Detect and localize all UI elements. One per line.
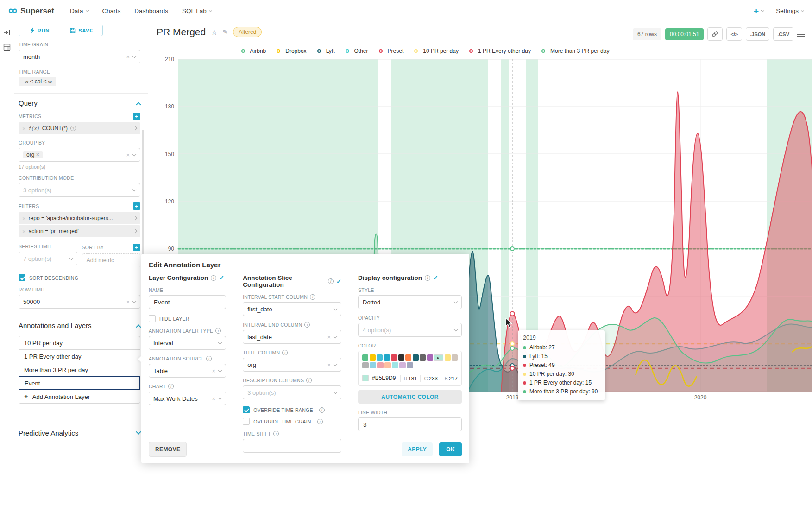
color-swatch[interactable]	[452, 354, 458, 361]
info-icon[interactable]	[328, 278, 334, 284]
add-sort-metric-button[interactable]	[133, 244, 140, 251]
time-grain-select[interactable]: month	[19, 50, 140, 63]
g-value[interactable]: 233	[429, 376, 438, 381]
legend-item[interactable]: Dropbox	[274, 48, 306, 54]
color-swatch[interactable]	[420, 354, 426, 361]
metric-chip[interactable]: f(x) COUNT(*)	[19, 122, 140, 134]
color-swatch[interactable]	[377, 362, 384, 369]
color-swatch[interactable]	[391, 354, 397, 361]
r-value[interactable]: 181	[408, 376, 417, 381]
info-icon[interactable]	[319, 407, 325, 413]
checkbox-unchecked-icon[interactable]	[149, 315, 156, 322]
opacity-select[interactable]: 4 option(s)	[358, 323, 462, 337]
color-swatch[interactable]	[407, 362, 413, 369]
remove-icon[interactable]	[22, 215, 26, 221]
color-swatch[interactable]	[370, 354, 376, 361]
row-limit-select[interactable]: 50000	[19, 295, 140, 309]
color-swatch[interactable]	[398, 354, 404, 361]
clear-icon[interactable]	[212, 396, 216, 402]
clear-icon[interactable]	[126, 299, 130, 305]
color-swatch[interactable]	[362, 354, 368, 361]
color-swatch[interactable]	[392, 362, 398, 369]
info-icon[interactable]	[304, 322, 310, 328]
color-swatch[interactable]	[413, 354, 419, 361]
time-range-value[interactable]: -∞ ≤ col < ∞	[19, 77, 56, 86]
nav-charts[interactable]: Charts	[102, 7, 121, 14]
export-csv-button[interactable]: .CSV	[773, 27, 793, 41]
settings-menu[interactable]: Settings	[776, 7, 804, 14]
color-swatch[interactable]	[399, 362, 406, 369]
new-item-button[interactable]: +	[754, 6, 764, 16]
color-swatch-selected[interactable]	[434, 354, 443, 361]
automatic-color-button[interactable]: AUTOMATIC COLOR	[358, 390, 462, 404]
datasource-grid-icon[interactable]	[3, 44, 11, 51]
info-icon[interactable]	[306, 378, 312, 383]
apply-button[interactable]: APPLY	[402, 442, 433, 456]
run-button[interactable]: RUN	[19, 25, 61, 36]
color-swatch[interactable]	[445, 354, 451, 361]
nav-data[interactable]: Data	[70, 7, 88, 14]
color-swatch[interactable]	[384, 354, 390, 361]
expand-chevron-icon[interactable]	[136, 429, 141, 434]
color-swatch[interactable]	[370, 362, 376, 369]
clear-icon[interactable]	[327, 334, 331, 340]
checkbox-checked-icon[interactable]	[19, 274, 25, 281]
info-icon[interactable]	[206, 356, 212, 361]
clear-icon[interactable]	[327, 362, 331, 368]
nav-dashboards[interactable]: Dashboards	[134, 7, 168, 14]
checkbox-checked-icon[interactable]	[243, 406, 250, 413]
style-select[interactable]: Dotted	[358, 295, 462, 309]
annotation-layer-item[interactable]: 10 PR per day	[19, 336, 140, 350]
view-query-button[interactable]: </>	[726, 27, 742, 41]
line-width-input[interactable]	[358, 417, 462, 431]
chart-select[interactable]: Max Work Dates	[149, 392, 226, 405]
help-icon[interactable]	[70, 126, 76, 131]
add-filter-button[interactable]	[133, 202, 140, 210]
remove-icon[interactable]	[22, 228, 26, 234]
superset-logo[interactable]: ∞ Superset	[8, 6, 54, 17]
clear-icon[interactable]	[126, 54, 130, 60]
b-value[interactable]: 217	[449, 376, 458, 381]
info-icon[interactable]	[273, 431, 279, 436]
series-limit-select[interactable]: 7 option(s)	[19, 252, 77, 265]
clear-icon[interactable]	[126, 152, 130, 158]
interval-start-select[interactable]: first_date	[243, 302, 341, 316]
title-column-select[interactable]: org	[243, 358, 341, 372]
checkbox-unchecked-icon[interactable]	[243, 418, 250, 425]
color-swatch[interactable]	[362, 362, 369, 369]
remove-button[interactable]: REMOVE	[149, 442, 187, 457]
legend-item[interactable]: Lyft	[315, 48, 335, 54]
add-metric-button[interactable]	[133, 113, 140, 120]
sort-by-add-metric[interactable]: Add metric	[82, 253, 141, 267]
annotation-layer-item[interactable]: More than 3 PR per day	[19, 363, 140, 377]
export-json-button[interactable]: .JSON	[746, 27, 769, 41]
legend-item[interactable]: 10 PR per day	[411, 48, 459, 54]
color-swatch[interactable]	[377, 354, 383, 361]
nav-sql-lab[interactable]: SQL Lab	[182, 7, 212, 14]
info-icon[interactable]	[168, 384, 174, 389]
annotation-layer-item-selected[interactable]: Event	[19, 376, 140, 390]
name-input[interactable]	[149, 295, 226, 309]
share-link-button[interactable]	[707, 27, 723, 41]
legend-item[interactable]: Airbnb	[239, 48, 266, 54]
remove-icon[interactable]	[22, 126, 26, 132]
legend-item[interactable]: More than 3 PR per day	[539, 48, 609, 54]
contribution-mode-select[interactable]: 3 option(s)	[19, 183, 140, 197]
filter-chip[interactable]: action = 'pr_merged'	[19, 225, 140, 237]
color-swatch[interactable]	[427, 354, 433, 361]
legend-item[interactable]: 1 PR Every other day	[466, 48, 531, 54]
hide-layer-checkbox-row[interactable]: HIDE LAYER	[149, 315, 226, 322]
hex-value[interactable]: #B5E9D9	[372, 375, 397, 381]
sort-descending-checkbox-row[interactable]: SORT DESCENDING	[19, 274, 140, 281]
interval-end-select[interactable]: last_date	[243, 330, 341, 344]
collapse-panel-icon[interactable]	[3, 29, 11, 36]
color-swatch[interactable]	[384, 362, 391, 369]
group-by-tag[interactable]: org ×	[23, 151, 43, 158]
filter-chip[interactable]: repo = 'apache/incubator-supers...	[19, 212, 140, 224]
legend-item[interactable]: Other	[343, 48, 368, 54]
info-icon[interactable]	[425, 275, 430, 281]
annotation-source-select[interactable]: Table	[149, 364, 226, 378]
info-icon[interactable]	[310, 294, 315, 300]
favorite-star-icon[interactable]: ☆	[211, 28, 217, 37]
info-icon[interactable]	[211, 275, 216, 281]
